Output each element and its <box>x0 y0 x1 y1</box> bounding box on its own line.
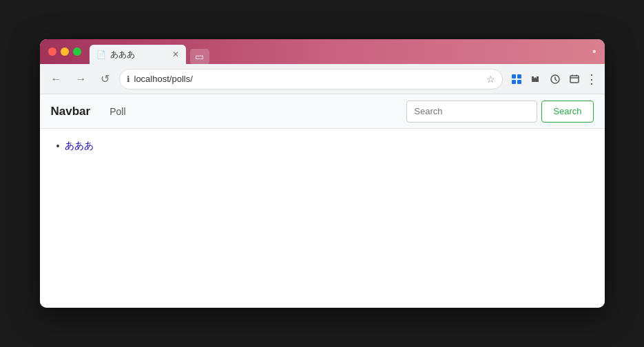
list-area: • あああ <box>40 129 605 163</box>
nav-link-poll[interactable]: Poll <box>104 106 131 117</box>
svg-rect-0 <box>512 74 516 78</box>
tab-icon: 📄 <box>96 50 106 59</box>
active-tab[interactable]: 📄 あああ ✕ <box>90 45 186 64</box>
window-menu-icon[interactable]: • <box>592 45 596 58</box>
maximize-button[interactable] <box>73 48 81 56</box>
browser-window: 📄 あああ ✕ ▭ • ← → ↺ ℹ localhost/polls/ ☆ <box>40 39 605 308</box>
title-bar: 📄 あああ ✕ ▭ • <box>40 39 605 64</box>
forward-button[interactable]: → <box>72 70 91 88</box>
bullet-point: • <box>56 140 60 151</box>
page-content: Navbar Poll Search • あああ <box>40 94 605 308</box>
svg-rect-2 <box>512 80 516 84</box>
svg-rect-3 <box>517 80 521 84</box>
close-button[interactable] <box>48 48 56 56</box>
back-button[interactable]: ← <box>47 70 66 88</box>
app-brand: Navbar <box>51 105 91 118</box>
tab-title: あああ <box>110 49 135 61</box>
extension-3-icon[interactable] <box>547 71 563 87</box>
toolbar-icons: ⋮ <box>508 71 598 87</box>
bookmark-icon[interactable]: ☆ <box>486 74 495 85</box>
svg-rect-1 <box>517 74 521 78</box>
extension-2-icon[interactable] <box>528 71 544 87</box>
refresh-button[interactable]: ↺ <box>96 70 114 88</box>
navbar-search: Search <box>406 101 593 123</box>
list-item: • あああ <box>56 140 588 152</box>
new-tab-button[interactable]: ▭ <box>190 49 209 64</box>
lock-icon: ℹ <box>127 74 130 84</box>
tab-area: 📄 あああ ✕ ▭ <box>90 39 209 64</box>
search-input[interactable] <box>406 101 537 123</box>
url-text: localhost/polls/ <box>134 74 482 84</box>
toolbar: ← → ↺ ℹ localhost/polls/ ☆ ⋮ <box>40 64 605 94</box>
list-link-1[interactable]: あああ <box>65 140 94 152</box>
minimize-button[interactable] <box>61 48 69 56</box>
extension-1-icon[interactable] <box>508 71 525 87</box>
browser-menu-icon[interactable]: ⋮ <box>585 72 598 87</box>
extension-4-icon[interactable] <box>566 71 583 87</box>
svg-rect-5 <box>570 76 579 83</box>
search-button[interactable]: Search <box>541 101 593 123</box>
address-bar[interactable]: ℹ localhost/polls/ ☆ <box>119 69 503 90</box>
tab-close-icon[interactable]: ✕ <box>172 50 179 59</box>
traffic-lights <box>48 48 81 56</box>
app-navbar: Navbar Poll Search <box>40 94 605 129</box>
